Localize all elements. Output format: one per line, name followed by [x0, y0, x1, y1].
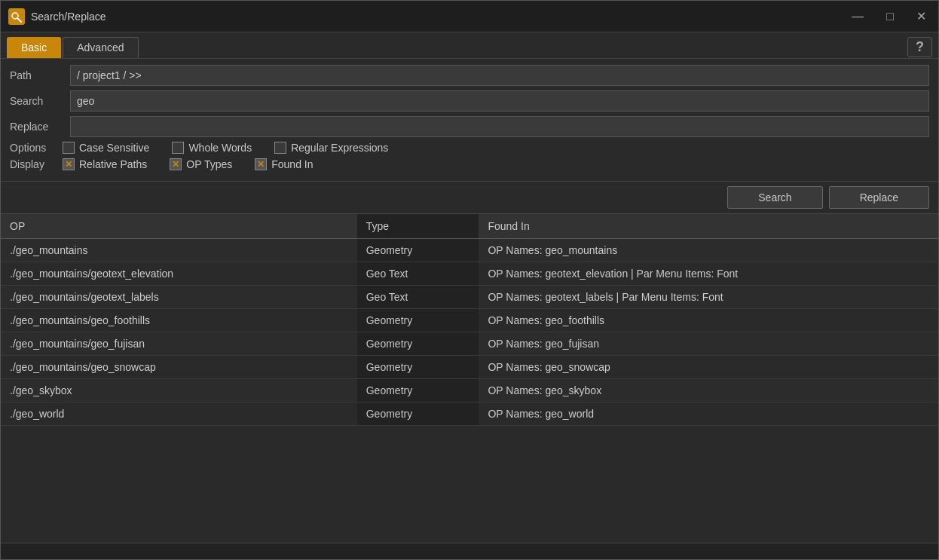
results-scroll[interactable]: OP Type Found In ./geo_mountainsGeometry…	[1, 214, 938, 543]
close-button[interactable]: ✕	[912, 8, 931, 25]
found-in-checkbox[interactable]: ✕	[255, 158, 267, 170]
table-row[interactable]: ./geo_mountains/geotext_labelsGeo TextOP…	[1, 286, 938, 309]
table-cell-found-in: OP Names: geo_world	[479, 402, 938, 426]
table-row[interactable]: ./geo_skyboxGeometryOP Names: geo_skybox	[1, 379, 938, 402]
table-cell-found-in: OP Names: geotext_labels | Par Menu Item…	[479, 286, 938, 309]
replace-input[interactable]	[70, 116, 929, 137]
search-row: Search	[10, 90, 929, 112]
search-button[interactable]: Search	[727, 186, 822, 209]
case-sensitive-checkbox[interactable]	[63, 142, 75, 154]
table-row[interactable]: ./geo_mountainsGeometryOP Names: geo_mou…	[1, 239, 938, 262]
tab-bar: Basic Advanced ?	[1, 32, 938, 59]
table-cell-op: ./geo_world	[1, 402, 357, 426]
replace-button[interactable]: Replace	[829, 186, 929, 209]
regular-expressions-item[interactable]: Regular Expressions	[274, 142, 388, 154]
results-table: OP Type Found In ./geo_mountainsGeometry…	[1, 214, 938, 426]
table-row[interactable]: ./geo_mountains/geotext_elevationGeo Tex…	[1, 262, 938, 286]
search-label: Search	[10, 95, 63, 107]
relative-paths-item[interactable]: ✕ Relative Paths	[63, 158, 147, 170]
table-cell-found-in: OP Names: geo_fujisan	[479, 332, 938, 356]
display-row: Display ✕ Relative Paths ✕ OP Types ✕ Fo…	[10, 158, 929, 170]
table-cell-op: ./geo_mountains/geo_fujisan	[1, 332, 357, 356]
col-header-found-in: Found In	[479, 214, 938, 239]
table-row[interactable]: ./geo_mountains/geo_foothillsGeometryOP …	[1, 309, 938, 332]
display-checkboxes: ✕ Relative Paths ✕ OP Types ✕ Found In	[63, 158, 314, 170]
col-header-op: OP	[1, 214, 357, 239]
replace-label: Replace	[10, 121, 63, 133]
table-cell-type: Geometry	[357, 239, 479, 262]
path-input[interactable]	[70, 65, 929, 86]
tab-basic[interactable]: Basic	[7, 37, 61, 58]
table-row[interactable]: ./geo_mountains/geo_snowcapGeometryOP Na…	[1, 356, 938, 379]
regular-expressions-checkbox[interactable]	[274, 142, 286, 154]
table-row[interactable]: ./geo_worldGeometryOP Names: geo_world	[1, 402, 938, 426]
case-sensitive-label: Case Sensitive	[79, 142, 149, 154]
table-cell-op: ./geo_skybox	[1, 379, 357, 402]
options-label: Options	[10, 142, 63, 154]
bottom-bar	[1, 543, 938, 559]
options-checkboxes: Case Sensitive Whole Words Regular Expre…	[63, 142, 388, 154]
table-cell-found-in: OP Names: geo_snowcap	[479, 356, 938, 379]
table-cell-type: Geometry	[357, 356, 479, 379]
form-area: Path Search Replace Options Case Sensiti…	[1, 59, 938, 182]
table-cell-op: ./geo_mountains/geotext_elevation	[1, 262, 357, 286]
table-row[interactable]: ./geo_mountains/geo_fujisanGeometryOP Na…	[1, 332, 938, 356]
table-cell-op: ./geo_mountains/geo_foothills	[1, 309, 357, 332]
op-types-checkbox[interactable]: ✕	[170, 158, 182, 170]
relative-paths-label: Relative Paths	[79, 158, 147, 170]
results-area: OP Type Found In ./geo_mountainsGeometry…	[1, 214, 938, 543]
window-title: Search/Replace	[31, 11, 106, 23]
button-row: Search Replace	[1, 182, 938, 214]
found-in-item[interactable]: ✕ Found In	[255, 158, 313, 170]
table-cell-found-in: OP Names: geo_foothills	[479, 309, 938, 332]
table-cell-type: Geometry	[357, 332, 479, 356]
search-replace-window: Search/Replace — □ ✕ Basic Advanced ? Pa…	[0, 0, 939, 560]
maximize-button[interactable]: □	[882, 8, 898, 25]
path-row: Path	[10, 65, 929, 86]
table-cell-type: Geo Text	[357, 262, 479, 286]
app-icon	[8, 8, 25, 25]
table-cell-type: Geo Text	[357, 286, 479, 309]
search-input[interactable]	[70, 90, 929, 112]
table-cell-type: Geometry	[357, 309, 479, 332]
title-bar-controls: — □ ✕	[847, 8, 931, 25]
table-header-row: OP Type Found In	[1, 214, 938, 239]
table-cell-found-in: OP Names: geotext_elevation | Par Menu I…	[479, 262, 938, 286]
whole-words-label: Whole Words	[188, 142, 252, 154]
relative-paths-checkbox[interactable]: ✕	[63, 158, 75, 170]
found-in-label: Found In	[271, 158, 313, 170]
title-bar-left: Search/Replace	[8, 8, 106, 25]
op-types-label: OP Types	[186, 158, 232, 170]
case-sensitive-item[interactable]: Case Sensitive	[63, 142, 149, 154]
table-cell-found-in: OP Names: geo_mountains	[479, 239, 938, 262]
table-cell-op: ./geo_mountains/geo_snowcap	[1, 356, 357, 379]
options-row: Options Case Sensitive Whole Words Regul…	[10, 142, 929, 154]
path-label: Path	[10, 69, 63, 81]
whole-words-checkbox[interactable]	[172, 142, 184, 154]
title-bar: Search/Replace — □ ✕	[1, 1, 938, 32]
tabs: Basic Advanced	[7, 37, 139, 58]
help-button[interactable]: ?	[907, 37, 932, 57]
table-cell-type: Geometry	[357, 402, 479, 426]
regular-expressions-label: Regular Expressions	[291, 142, 388, 154]
table-cell-op: ./geo_mountains/geotext_labels	[1, 286, 357, 309]
display-label: Display	[10, 158, 63, 170]
table-cell-found-in: OP Names: geo_skybox	[479, 379, 938, 402]
replace-row: Replace	[10, 116, 929, 137]
col-header-type: Type	[357, 214, 479, 239]
minimize-button[interactable]: —	[847, 8, 868, 25]
op-types-item[interactable]: ✕ OP Types	[170, 158, 232, 170]
table-cell-type: Geometry	[357, 379, 479, 402]
whole-words-item[interactable]: Whole Words	[172, 142, 252, 154]
table-cell-op: ./geo_mountains	[1, 239, 357, 262]
tab-advanced[interactable]: Advanced	[63, 37, 138, 58]
